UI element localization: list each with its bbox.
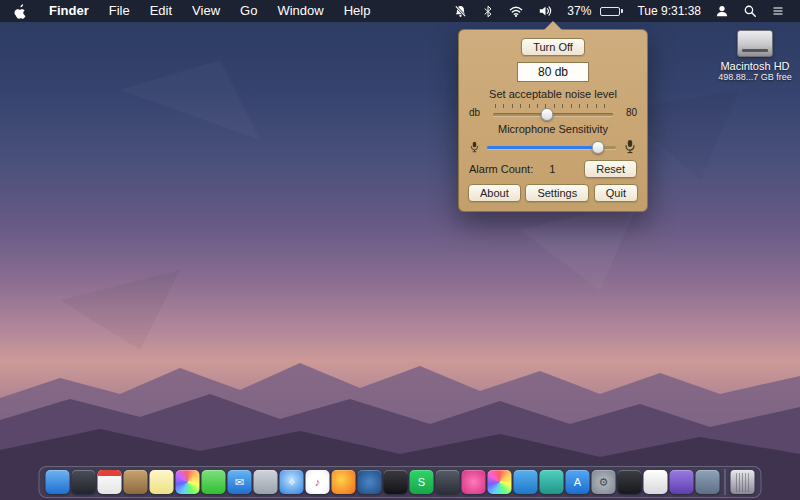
- menu-item-view[interactable]: View: [182, 0, 230, 22]
- dock-icon-app-teal[interactable]: [540, 470, 564, 494]
- dock-icon-pinwheel[interactable]: [488, 470, 512, 494]
- battery-icon[interactable]: [598, 0, 630, 22]
- dock-icon-app-black[interactable]: [384, 470, 408, 494]
- menu-item-help[interactable]: Help: [334, 0, 381, 22]
- dock-icon-spotify[interactable]: S: [410, 470, 434, 494]
- alarm-count-label: Alarm Count:: [469, 163, 533, 175]
- desktop-wallpaper: [0, 0, 800, 500]
- menubar-status-area: 37% Tue 9:31:38: [446, 0, 800, 22]
- dock-icon-photos[interactable]: [176, 470, 200, 494]
- mic-large-icon: [623, 138, 637, 155]
- settings-button[interactable]: Settings: [525, 184, 589, 202]
- alarm-count-value: 1: [549, 163, 555, 175]
- hd-free-space: 498.88...7 GB free: [714, 72, 796, 82]
- menu-item-file[interactable]: File: [99, 0, 140, 22]
- mic-slider-fill: [487, 146, 598, 149]
- noise-slider-ticks: [495, 104, 612, 108]
- dock-icon-finder[interactable]: [46, 470, 70, 494]
- noise-slider-max-label: 80: [621, 107, 637, 118]
- dock-icon-app-store[interactable]: A: [566, 470, 590, 494]
- dock-icon-photo-booth[interactable]: [462, 470, 486, 494]
- mic-sensitivity-label: Microphone Sensitivity: [459, 123, 647, 135]
- macintosh-hd-desktop-icon[interactable]: Macintosh HD 498.88...7 GB free: [714, 30, 796, 82]
- dock-icon-calendar[interactable]: [98, 470, 122, 494]
- dock-icon-itunes[interactable]: ♪: [306, 470, 330, 494]
- noise-slider-min-label: db: [469, 107, 485, 118]
- dock-apps: ✉✧♪SA⚙: [46, 470, 720, 494]
- apple-menu[interactable]: [0, 0, 39, 22]
- apple-icon: [14, 4, 27, 19]
- dock-icon-mail[interactable]: ✉: [228, 470, 252, 494]
- db-value-field[interactable]: 80 db: [517, 62, 589, 82]
- about-button[interactable]: About: [468, 184, 521, 202]
- dock-icon-app-dark-1[interactable]: [72, 470, 96, 494]
- dock-icon-system-preferences[interactable]: ⚙: [592, 470, 616, 494]
- notification-center-icon[interactable]: [764, 0, 792, 22]
- mic-small-icon: [469, 140, 480, 154]
- noise-level-slider[interactable]: [489, 103, 617, 121]
- dock-icon-app-blue[interactable]: [514, 470, 538, 494]
- dock-icon-safari[interactable]: ✧: [280, 470, 304, 494]
- menu-item-window[interactable]: Window: [267, 0, 333, 22]
- menubar: Finder File Edit View Go Window Help 37%…: [0, 0, 800, 22]
- dock-icon-app-blue-globe[interactable]: [358, 470, 382, 494]
- hd-title: Macintosh HD: [714, 60, 796, 72]
- reset-button[interactable]: Reset: [584, 160, 637, 178]
- noise-level-label: Set acceptable noise level: [459, 88, 647, 100]
- mic-sensitivity-slider[interactable]: [487, 139, 616, 155]
- menubar-left: Finder File Edit View Go Window Help: [0, 0, 380, 22]
- wifi-icon[interactable]: [501, 0, 531, 22]
- trash-icon[interactable]: [731, 470, 755, 494]
- mic-slider-thumb[interactable]: [591, 141, 604, 154]
- dock-icon-app-purple[interactable]: [670, 470, 694, 494]
- dock-icon-app-dark-2[interactable]: [436, 470, 460, 494]
- dock-icon-notes[interactable]: [150, 470, 174, 494]
- menu-item-go[interactable]: Go: [230, 0, 267, 22]
- dock-icon-firefox[interactable]: [332, 470, 356, 494]
- dock-icon-downloads[interactable]: [696, 470, 720, 494]
- dock-icon-app-white[interactable]: [644, 470, 668, 494]
- noise-slider-thumb[interactable]: [540, 108, 553, 121]
- search-icon[interactable]: [736, 0, 764, 22]
- dock: ✉✧♪SA⚙: [39, 466, 762, 498]
- dock-icon-contacts[interactable]: [124, 470, 148, 494]
- mute-bell-icon[interactable]: [446, 0, 475, 22]
- quit-button[interactable]: Quit: [594, 184, 638, 202]
- menu-item-finder[interactable]: Finder: [39, 0, 99, 22]
- hard-drive-icon: [737, 30, 773, 57]
- menubar-clock[interactable]: Tue 9:31:38: [630, 0, 708, 22]
- dock-divider: [725, 469, 726, 495]
- dock-icon-messages[interactable]: [202, 470, 226, 494]
- battery-percentage: 37%: [560, 0, 598, 22]
- dock-icon-app-gray-1[interactable]: [254, 470, 278, 494]
- dock-icon-terminal[interactable]: [618, 470, 642, 494]
- menu-item-edit[interactable]: Edit: [140, 0, 182, 22]
- user-icon[interactable]: [708, 0, 736, 22]
- volume-icon[interactable]: [531, 0, 560, 22]
- turn-off-button[interactable]: Turn Off: [521, 38, 585, 56]
- bluetooth-icon[interactable]: [475, 0, 501, 22]
- noise-app-popover: Turn Off 80 db Set acceptable noise leve…: [458, 29, 648, 212]
- wallpaper-mountains: [0, 0, 800, 500]
